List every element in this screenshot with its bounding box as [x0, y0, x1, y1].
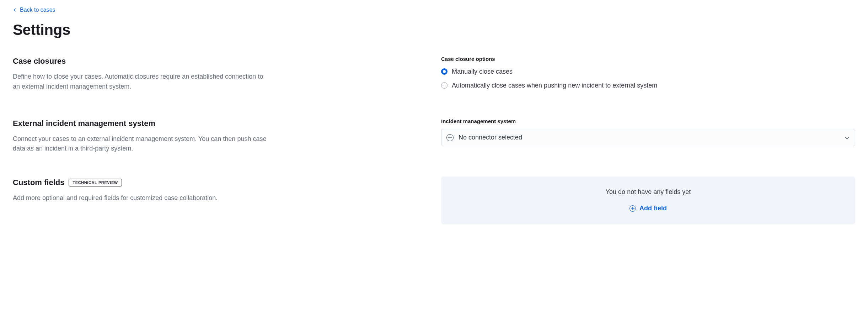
- back-to-cases-link[interactable]: Back to cases: [13, 6, 55, 14]
- external-system-heading: External incident management system: [13, 117, 427, 129]
- custom-fields-heading: Custom fields Technical preview: [13, 177, 427, 188]
- radio-label: Manually close cases: [452, 67, 513, 77]
- external-system-description: Connect your cases to an external incide…: [13, 134, 269, 154]
- back-link-label: Back to cases: [20, 6, 55, 14]
- custom-fields-description: Add more optional and required fields fo…: [13, 193, 269, 203]
- section-external-system: External incident management system Conn…: [13, 117, 855, 154]
- incident-system-label: Incident management system: [441, 117, 855, 126]
- select-value: No connector selected: [459, 133, 522, 142]
- radio-icon: [441, 68, 448, 75]
- empty-state-text: You do not have any fields yet: [450, 187, 847, 197]
- external-system-form: Incident management system No connector …: [441, 117, 855, 147]
- case-closure-options-label: Case closure options: [441, 55, 855, 63]
- radio-icon: [441, 82, 448, 89]
- add-field-button[interactable]: Add field: [629, 205, 667, 212]
- chevron-down-icon: [844, 135, 850, 141]
- case-closures-heading: Case closures: [13, 55, 427, 67]
- radio-auto-close[interactable]: Automatically close cases when pushing n…: [441, 81, 855, 90]
- chevron-left-icon: [13, 8, 17, 12]
- custom-fields-title-text: Custom fields: [13, 177, 64, 188]
- section-case-closures: Case closures Define how to close your c…: [13, 55, 855, 95]
- section-custom-fields: Custom fields Technical preview Add more…: [13, 177, 855, 224]
- add-field-label: Add field: [639, 205, 667, 212]
- minus-circle-icon: [446, 134, 454, 141]
- custom-fields-panel-wrap: You do not have any fields yet Add field: [441, 177, 855, 224]
- case-closures-description: Define how to close your cases. Automati…: [13, 72, 269, 92]
- page-title: Settings: [13, 19, 855, 41]
- custom-fields-empty-panel: You do not have any fields yet Add field: [441, 177, 855, 224]
- radio-manually-close[interactable]: Manually close cases: [441, 67, 855, 77]
- section-case-closures-info: Case closures Define how to close your c…: [13, 55, 427, 92]
- incident-system-select[interactable]: No connector selected: [441, 129, 855, 146]
- radio-label: Automatically close cases when pushing n…: [452, 81, 657, 90]
- plus-circle-icon: [629, 205, 636, 212]
- technical-preview-badge: Technical preview: [69, 179, 122, 186]
- section-custom-fields-info: Custom fields Technical preview Add more…: [13, 177, 427, 203]
- case-closures-form: Case closure options Manually close case…: [441, 55, 855, 95]
- section-external-system-info: External incident management system Conn…: [13, 117, 427, 154]
